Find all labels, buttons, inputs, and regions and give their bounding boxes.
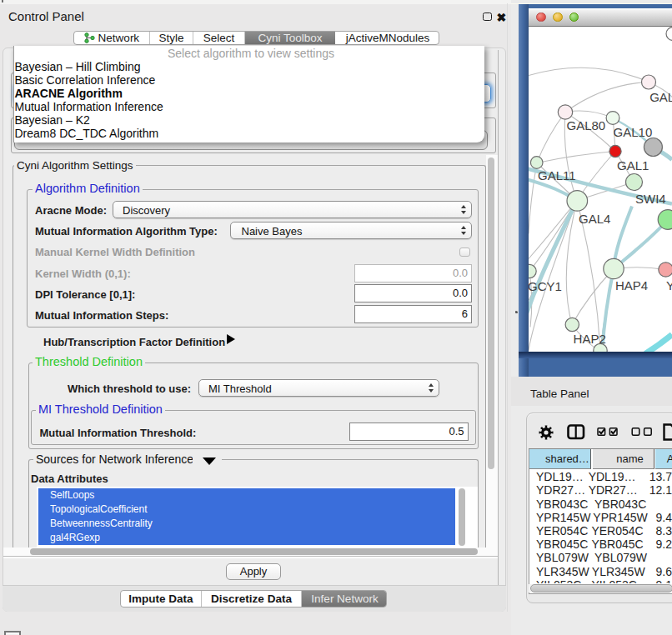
- svg-text:GAL80: GAL80: [567, 118, 606, 132]
- svg-text:YE: YE: [666, 278, 672, 292]
- svg-text:GAL7: GAL7: [649, 90, 672, 104]
- svg-text:GAL4: GAL4: [579, 211, 610, 225]
- svg-text:HAP2: HAP2: [574, 331, 606, 345]
- svg-text:GCY1: GCY1: [529, 278, 562, 292]
- svg-text:HAP4: HAP4: [615, 278, 648, 292]
- svg-text:GAL11: GAL11: [538, 168, 576, 182]
- svg-text:SWI4: SWI4: [635, 191, 666, 205]
- svg-text:GAL10: GAL10: [614, 124, 653, 138]
- svg-text:GAL1: GAL1: [617, 158, 649, 172]
